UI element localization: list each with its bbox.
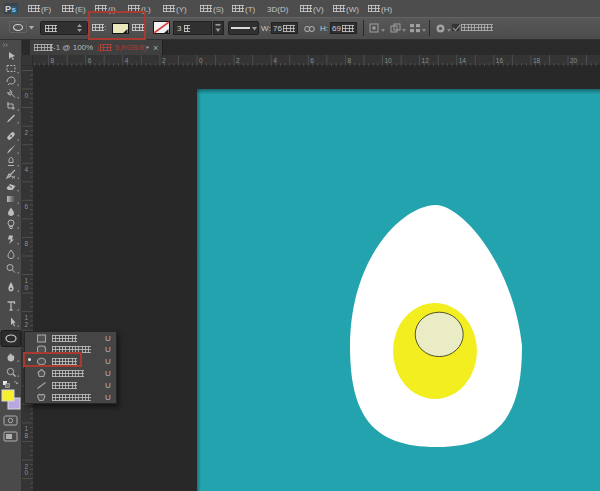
svg-text:2: 2	[236, 57, 240, 64]
svg-text:4: 4	[125, 57, 129, 64]
svg-text:0: 0	[25, 92, 29, 99]
svg-text:8: 8	[25, 432, 29, 439]
svg-text:12: 12	[422, 57, 430, 64]
svg-text:2: 2	[162, 57, 166, 64]
svg-text:4: 4	[25, 166, 29, 173]
svg-text:6: 6	[25, 203, 29, 210]
svg-text:0: 0	[25, 469, 29, 476]
svg-text:4: 4	[273, 57, 277, 64]
svg-text:2: 2	[25, 321, 29, 328]
svg-text:2: 2	[25, 129, 29, 136]
svg-text:16: 16	[496, 57, 504, 64]
svg-text:18: 18	[533, 57, 541, 64]
svg-text:0: 0	[25, 284, 29, 291]
svg-text:8: 8	[347, 57, 351, 64]
svg-text:8: 8	[51, 57, 55, 64]
svg-text:6: 6	[88, 57, 92, 64]
svg-text:8: 8	[25, 240, 29, 247]
svg-text:14: 14	[459, 57, 467, 64]
svg-text:0: 0	[199, 57, 203, 64]
svg-text:6: 6	[310, 57, 314, 64]
svg-text:10: 10	[385, 57, 393, 64]
svg-text:20: 20	[570, 57, 578, 64]
